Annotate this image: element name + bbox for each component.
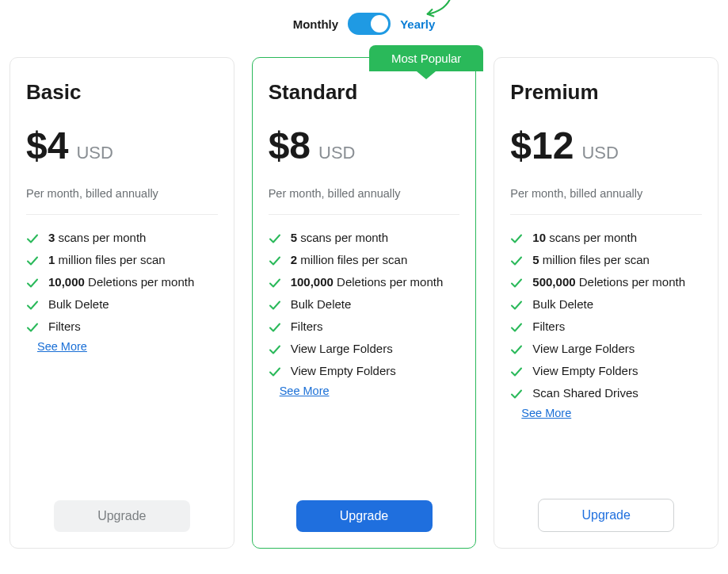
feature-text: 10 scans per month [532,231,637,244]
pricing-card-basic: Basic$4USDPer month, billed annually3 sc… [10,57,234,549]
feature-text: View Empty Folders [291,364,396,377]
feature-item: 500,000 Deletions per month [510,275,702,289]
see-more-link[interactable]: See More [37,340,218,353]
feature-value: 5 [532,253,539,266]
hand-drawn-arrow-icon [423,0,453,21]
check-icon [269,321,281,334]
feature-item: 10,000 Deletions per month [26,275,218,289]
feature-text: 100,000 Deletions per month [291,275,444,289]
check-icon [26,299,39,312]
billing-toggle[interactable] [348,13,391,35]
check-icon [26,232,39,245]
feature-item: Filters [269,320,460,334]
pricing-card-standard: Most PopularStandard$8USDPer month, bill… [252,57,477,549]
card-footer: Upgrade [26,484,218,532]
feature-item: View Large Folders [510,342,702,356]
feature-text: Bulk Delete [48,297,109,311]
upgrade-button[interactable]: Upgrade [538,499,674,532]
feature-item: View Large Folders [269,342,460,356]
check-icon [510,388,523,400]
feature-text: Filters [48,320,81,333]
feature-item: Bulk Delete [510,297,702,312]
price-amount: $12 [510,127,574,165]
feature-value: 5 [291,231,297,244]
billing-note: Per month, billed annually [269,187,460,200]
upgrade-button[interactable]: Upgrade [296,500,433,532]
currency-code: USD [318,143,355,163]
check-icon [26,321,39,334]
check-icon [269,254,281,267]
most-popular-ribbon: Most Popular [369,45,483,71]
feature-item: 5 scans per month [269,231,460,245]
feature-text: Filters [532,320,565,333]
divider [510,214,702,215]
feature-list: 10 scans per month5 million files per sc… [510,231,702,400]
feature-item: Filters [510,320,702,334]
upgrade-button: Upgrade [54,500,190,532]
card-footer: Upgrade [269,484,460,532]
plan-title: Standard [269,80,460,105]
feature-text: 500,000 Deletions per month [532,275,685,289]
feature-item: 1 million files per scan [26,253,218,267]
feature-item: Bulk Delete [269,297,460,312]
check-icon [510,321,523,334]
check-icon [269,343,281,356]
price-amount: $8 [269,127,311,165]
check-icon [26,277,39,289]
feature-text: 10,000 Deletions per month [48,275,194,289]
feature-item: 10 scans per month [510,231,702,245]
price-row: $12USD [510,127,702,165]
feature-value: 500,000 [532,275,575,289]
check-icon [510,299,523,312]
divider [269,214,460,215]
divider [26,214,218,215]
see-more-link[interactable]: See More [521,407,702,419]
price-row: $4USD [26,127,218,165]
feature-list: 5 scans per month2 million files per sca… [269,231,460,378]
check-icon [510,232,523,245]
feature-item: View Empty Folders [510,364,702,378]
feature-text: Bulk Delete [532,297,593,311]
card-footer: Upgrade [510,483,702,532]
feature-text: Scan Shared Drives [532,386,638,400]
check-icon [510,343,523,356]
feature-item: Bulk Delete [26,297,218,312]
check-icon [269,277,281,289]
feature-text: 5 scans per month [291,231,388,244]
feature-item: 100,000 Deletions per month [269,275,460,289]
currency-code: USD [581,143,618,163]
feature-value: 100,000 [291,275,334,289]
toggle-knob [371,15,388,33]
check-icon [510,365,523,378]
feature-text: 3 scans per month [48,231,146,244]
feature-value: 10 [532,231,546,244]
feature-item: 5 million files per scan [510,253,702,267]
pricing-cards: Basic$4USDPer month, billed annually3 sc… [10,57,718,549]
check-icon [26,254,39,267]
check-icon [269,299,281,312]
toggle-label-monthly[interactable]: Monthly [293,17,339,31]
billing-toggle-row: Monthly Yearly [10,0,718,57]
feature-item: 2 million files per scan [269,253,460,267]
feature-value: 2 [291,253,297,266]
feature-text: 2 million files per scan [291,253,408,266]
feature-item: View Empty Folders [269,364,460,378]
feature-item: Scan Shared Drives [510,386,702,400]
see-more-link[interactable]: See More [280,385,460,397]
feature-value: 10,000 [48,275,85,289]
price-amount: $4 [26,127,68,165]
feature-item: Filters [26,320,218,334]
feature-text: View Empty Folders [532,364,638,377]
feature-text: View Large Folders [532,342,635,355]
price-row: $8USD [269,127,460,165]
feature-text: 1 million files per scan [48,253,166,266]
feature-text: 5 million files per scan [532,253,650,266]
feature-text: Bulk Delete [291,297,352,311]
feature-list: 3 scans per month1 million files per sca… [26,231,218,334]
check-icon [269,232,281,245]
feature-item: 3 scans per month [26,231,218,245]
plan-title: Basic [26,80,218,105]
pricing-card-premium: Premium$12USDPer month, billed annually1… [494,57,718,549]
check-icon [510,277,523,289]
check-icon [269,365,281,378]
